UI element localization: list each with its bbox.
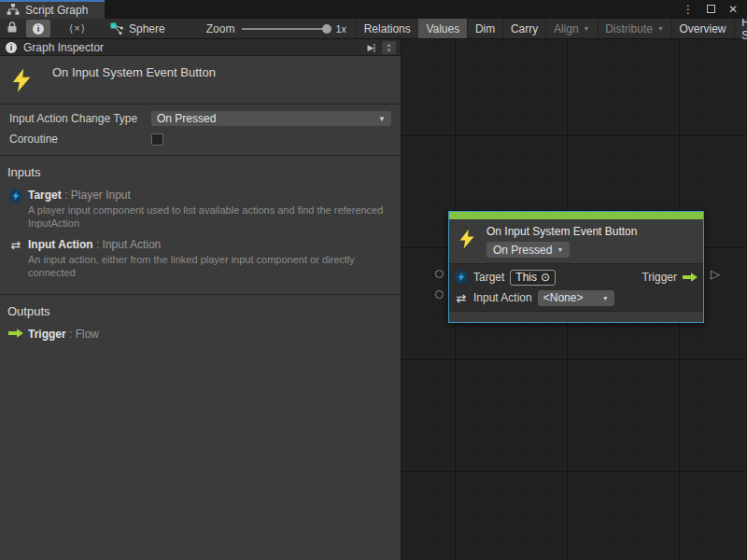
inspector-toggle-button[interactable]: i bbox=[26, 20, 50, 37]
player-input-port-icon bbox=[9, 189, 22, 203]
chevron-down-icon: ▼ bbox=[584, 25, 590, 32]
event-bolt-icon bbox=[11, 67, 32, 93]
chevron-down-icon: ▼ bbox=[378, 115, 386, 123]
lock-icon bbox=[7, 21, 18, 36]
port-description: A player input component used to list av… bbox=[28, 203, 388, 231]
change-type-field: Input Action Change Type On Pressed ▼ bbox=[9, 111, 391, 126]
info-icon: i bbox=[6, 42, 17, 53]
menu-icon[interactable]: ⋮ bbox=[683, 4, 694, 15]
values-button[interactable]: Values bbox=[418, 19, 467, 38]
close-icon[interactable]: ✕ bbox=[728, 4, 738, 15]
chevron-down-icon: ▼ bbox=[657, 25, 664, 32]
input-action-dropdown[interactable]: <None> ▼ bbox=[538, 290, 614, 306]
zoom-control: Zoom 1x bbox=[197, 19, 356, 38]
input-action-port-connector[interactable] bbox=[435, 290, 444, 299]
inspector-header-title: Graph Inspector bbox=[23, 41, 361, 54]
code-icon: ⟨×⟩ bbox=[69, 22, 86, 35]
scroll-spinner[interactable]: ▲ ▼ bbox=[381, 40, 397, 55]
zoom-slider-handle[interactable] bbox=[322, 24, 331, 34]
outputs-header: Outputs bbox=[7, 304, 401, 318]
relations-button[interactable]: Relations bbox=[357, 19, 418, 38]
align-dropdown-button[interactable]: Align ▼ bbox=[546, 19, 598, 38]
info-icon: i bbox=[33, 23, 44, 35]
zoom-label: Zoom bbox=[206, 22, 235, 35]
main-content: i Graph Inspector ▶] ▲ ▼ On Input System… bbox=[0, 39, 747, 560]
input-action-port-label: Input Action bbox=[473, 291, 532, 304]
object-picker-icon[interactable]: ⊙ bbox=[541, 271, 550, 284]
window-controls: ⋮ ✕ bbox=[683, 0, 747, 19]
code-preview-button[interactable]: ⟨×⟩ bbox=[52, 19, 103, 38]
target-object-field[interactable]: This ⊙ bbox=[510, 270, 556, 286]
node-accent-bar bbox=[449, 212, 703, 219]
node-body: Target This ⊙ Trigger ⇄ Input Acti bbox=[449, 264, 703, 311]
change-type-label: Input Action Change Type bbox=[9, 112, 151, 125]
port-entry-target: Target : Player Input A player input com… bbox=[4, 189, 393, 231]
script-graph-window: Script Graph ⋮ ✕ i ⟨×⟩ Sphere Zoom bbox=[0, 0, 747, 560]
dim-button[interactable]: Dim bbox=[468, 19, 502, 38]
port-description: An input action, either from the linked … bbox=[28, 253, 388, 280]
distribute-dropdown-button[interactable]: Distribute ▼ bbox=[598, 19, 671, 38]
input-action-icon[interactable]: ⇄ bbox=[455, 292, 468, 304]
graph-hierarchy-icon bbox=[7, 3, 20, 19]
node-port-row-input-action: ⇄ Input Action <None> ▼ bbox=[455, 287, 698, 308]
tab-label: Script Graph bbox=[25, 4, 88, 17]
event-bolt-icon bbox=[458, 228, 475, 258]
flow-arrow-icon bbox=[8, 329, 23, 341]
graph-canvas[interactable]: On Input System Event Button On Pressed … bbox=[402, 39, 747, 560]
node-header[interactable]: On Input System Event Button On Pressed … bbox=[449, 219, 703, 264]
maximize-icon[interactable] bbox=[707, 3, 715, 16]
target-port-label: Target bbox=[473, 271, 504, 284]
event-node[interactable]: On Input System Event Button On Pressed … bbox=[448, 211, 704, 323]
inspector-empty-space bbox=[0, 356, 401, 560]
input-action-icon: ⇄ bbox=[11, 239, 21, 280]
fullscreen-button[interactable]: Full Screen bbox=[734, 19, 747, 38]
trigger-port-label: Trigger bbox=[641, 271, 677, 284]
outputs-section: Outputs Trigger : Flow bbox=[0, 294, 401, 356]
graph-object-icon bbox=[110, 22, 123, 35]
unit-title-block: On Input System Event Button bbox=[0, 56, 401, 105]
player-input-port-icon[interactable] bbox=[455, 271, 468, 284]
overview-button[interactable]: Overview bbox=[672, 19, 734, 38]
tab-script-graph[interactable]: Script Graph bbox=[0, 0, 105, 19]
dock-panel-icon[interactable]: ▶] bbox=[368, 43, 374, 52]
carry-button[interactable]: Carry bbox=[503, 19, 545, 38]
zoom-value: 1x bbox=[335, 23, 346, 35]
inputs-section: Inputs Target : Player Input A player in… bbox=[0, 156, 401, 294]
port-entry-input-action: ⇄ Input Action : Input Action An input a… bbox=[4, 238, 393, 280]
unit-title: On Input System Event Button bbox=[52, 65, 216, 79]
graph-object-label: Sphere bbox=[129, 22, 165, 35]
unit-settings: Input Action Change Type On Pressed ▼ Co… bbox=[0, 105, 401, 156]
spinner-down-icon[interactable]: ▼ bbox=[387, 48, 392, 53]
change-type-dropdown[interactable]: On Pressed ▼ bbox=[151, 111, 391, 126]
coroutine-label: Coroutine bbox=[9, 133, 151, 146]
node-port-row-target: Target This ⊙ Trigger bbox=[455, 267, 698, 287]
trigger-flow-arrow-icon[interactable] bbox=[683, 273, 698, 282]
event-mode-dropdown[interactable]: On Pressed ▼ bbox=[486, 242, 570, 258]
trigger-outlet-icon[interactable]: ▷ bbox=[711, 267, 720, 281]
target-port-connector[interactable] bbox=[435, 270, 444, 278]
chevron-down-icon: ▼ bbox=[557, 246, 563, 253]
inputs-header: Inputs bbox=[7, 165, 401, 179]
inspector-header-bar: i Graph Inspector ▶] ▲ ▼ bbox=[0, 39, 401, 56]
node-footer bbox=[449, 311, 703, 322]
graph-inspector-panel: i Graph Inspector ▶] ▲ ▼ On Input System… bbox=[0, 39, 402, 560]
chevron-down-icon: ▼ bbox=[602, 295, 609, 301]
coroutine-checkbox[interactable] bbox=[151, 133, 163, 146]
graph-object-button[interactable]: Sphere bbox=[103, 19, 173, 38]
zoom-slider[interactable] bbox=[242, 28, 328, 30]
toolbar-right-group: Relations Values Dim Carry Align ▼ Distr… bbox=[356, 19, 747, 38]
node-title: On Input System Event Button bbox=[486, 225, 637, 238]
tab-strip: Script Graph ⋮ ✕ bbox=[0, 0, 747, 19]
lock-button[interactable] bbox=[0, 19, 24, 38]
port-entry-trigger: Trigger : Flow bbox=[4, 328, 393, 341]
graph-toolbar: i ⟨×⟩ Sphere Zoom 1x Relations Values Di… bbox=[0, 19, 747, 39]
coroutine-field: Coroutine bbox=[9, 132, 391, 147]
